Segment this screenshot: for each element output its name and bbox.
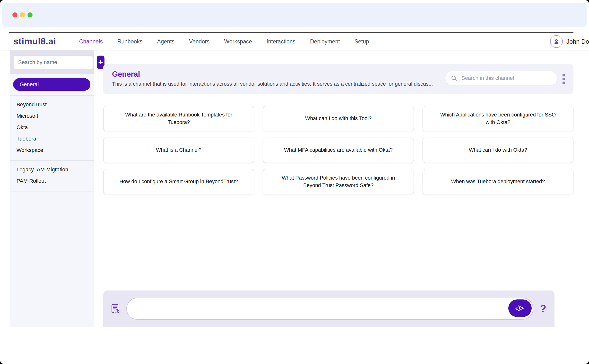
window-controls xyxy=(12,12,33,17)
message-input[interactable] xyxy=(134,298,501,319)
brand-logo: stimul8.ai xyxy=(13,36,56,47)
channel-header-card: General This is a channel that is used f… xyxy=(103,64,573,94)
kebab-menu-icon[interactable] xyxy=(563,74,565,84)
send-icon xyxy=(515,304,525,313)
user-menu[interactable]: John Doe xyxy=(550,35,589,48)
channel-description: This is a channel that is used for inter… xyxy=(112,81,445,87)
search-input[interactable] xyxy=(14,55,93,69)
sidebar-item-tuebora[interactable]: Tuebora xyxy=(10,133,94,144)
avatar xyxy=(550,35,563,48)
nav-item-setup[interactable]: Setup xyxy=(355,38,369,45)
suggestion-card[interactable]: What is a Channel? xyxy=(103,138,254,163)
sidebar-item-legacy-iam-migration[interactable]: Legacy IAM Migration xyxy=(10,164,94,175)
sidebar-item-pam-rollout[interactable]: PAM Rollout xyxy=(10,175,94,187)
channels-sidebar: + General BeyondTrust Microsoft Okta Tue… xyxy=(10,50,94,327)
suggestion-card[interactable]: What can I do with Okta? xyxy=(423,138,573,163)
sidebar-divider xyxy=(10,191,94,191)
attach-document-button[interactable] xyxy=(110,303,121,314)
message-composer: ? xyxy=(103,290,554,327)
channel-search-box xyxy=(445,71,557,85)
close-window-button[interactable] xyxy=(12,12,17,17)
app-window: stimul8.ai Channels Runbooks Agents Vend… xyxy=(0,0,589,364)
user-name: John Doe xyxy=(566,38,589,45)
suggestion-card[interactable]: How do I configure a Smart Group in Beyo… xyxy=(103,169,254,194)
sidebar-item-okta[interactable]: Okta xyxy=(10,122,94,133)
suggestion-card[interactable]: What Password Policies have been configu… xyxy=(263,169,414,194)
suggestion-card[interactable]: Which Applications have been configured … xyxy=(423,106,573,131)
sidebar-item-beyondtrust[interactable]: BeyondTrust xyxy=(10,99,94,110)
message-input-pill xyxy=(126,298,533,320)
channel-info: General This is a channel that is used f… xyxy=(112,70,445,87)
suggestion-card[interactable]: What can I do with this Tool? xyxy=(263,106,414,131)
send-button[interactable] xyxy=(508,299,532,317)
nav-item-agents[interactable]: Agents xyxy=(157,38,174,45)
channel-title: General xyxy=(112,70,445,79)
window-titlebar xyxy=(2,3,587,27)
nav-item-runbooks[interactable]: Runbooks xyxy=(117,38,143,45)
nav-item-deployment[interactable]: Deployment xyxy=(310,38,340,45)
help-button[interactable]: ? xyxy=(539,303,548,314)
project-channel-list: Legacy IAM Migration PAM Rollout xyxy=(10,161,94,187)
sidebar-search-row: + xyxy=(10,50,94,74)
nav-item-vendors[interactable]: Vendors xyxy=(189,38,209,45)
suggestion-card[interactable]: What MFA capabilities are available with… xyxy=(263,138,414,163)
sidebar-item-workspace[interactable]: Workspace xyxy=(10,144,94,156)
channel-main: General This is a channel that is used f… xyxy=(94,50,589,327)
zoom-window-button[interactable] xyxy=(27,12,33,17)
nav-item-channels[interactable]: Channels xyxy=(79,38,103,45)
document-upload-icon xyxy=(110,303,121,314)
main-nav: Channels Runbooks Agents Vendors Workspa… xyxy=(79,38,369,45)
person-icon xyxy=(553,38,560,45)
vendor-channel-list: BeyondTrust Microsoft Okta Tuebora Works… xyxy=(10,96,94,156)
channel-search-input[interactable] xyxy=(461,75,557,82)
nav-item-interactions[interactable]: Interactions xyxy=(267,38,295,45)
nav-item-workspace[interactable]: Workspace xyxy=(224,38,252,45)
search-icon xyxy=(451,75,457,82)
sidebar-item-general[interactable]: General xyxy=(13,78,90,91)
content-area: + General BeyondTrust Microsoft Okta Tue… xyxy=(0,50,589,327)
minimize-window-button[interactable] xyxy=(20,12,25,17)
suggestion-grid: What are the available Runbook Templates… xyxy=(103,106,573,194)
suggestion-card[interactable]: What are the available Runbook Templates… xyxy=(103,106,254,131)
suggestion-card[interactable]: When was Tuebora deployment started? xyxy=(423,169,573,194)
app-header: stimul8.ai Channels Runbooks Agents Vend… xyxy=(0,33,589,50)
sidebar-item-microsoft[interactable]: Microsoft xyxy=(10,110,94,122)
